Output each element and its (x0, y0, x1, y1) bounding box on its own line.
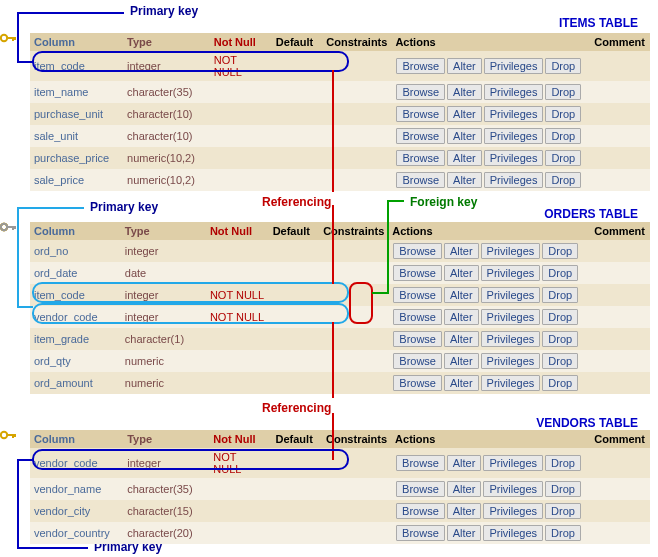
browse-button[interactable]: Browse (396, 150, 445, 166)
column-type-cell: numeric (121, 350, 206, 372)
drop-button[interactable]: Drop (542, 309, 578, 325)
column-name-cell: vendor_code (30, 306, 121, 328)
privileges-button[interactable]: Privileges (481, 287, 541, 303)
drop-button[interactable]: Drop (545, 150, 581, 166)
column-comment-cell (590, 306, 650, 328)
column-type-cell: character(35) (123, 478, 209, 500)
alter-button[interactable]: Alter (444, 265, 479, 281)
items-table-title: ITEMS TABLE (559, 16, 638, 30)
privileges-button[interactable]: Privileges (481, 331, 541, 347)
column-comment-cell (590, 81, 650, 103)
alter-button[interactable]: Alter (447, 58, 482, 74)
drop-button[interactable]: Drop (542, 331, 578, 347)
privileges-button[interactable]: Privileges (481, 375, 541, 391)
drop-button[interactable]: Drop (542, 287, 578, 303)
drop-button[interactable]: Drop (545, 525, 581, 541)
drop-button[interactable]: Drop (542, 243, 578, 259)
orders-table-title: ORDERS TABLE (544, 207, 638, 221)
svg-rect-19 (14, 226, 16, 229)
svg-point-12 (1, 224, 7, 230)
column-type-cell: numeric(10,2) (123, 169, 210, 191)
browse-button[interactable]: Browse (393, 375, 442, 391)
browse-button[interactable]: Browse (396, 481, 445, 497)
browse-button[interactable]: Browse (396, 106, 445, 122)
privileges-button[interactable]: Privileges (484, 84, 544, 100)
privileges-button[interactable]: Privileges (483, 503, 543, 519)
primary-key-icon (0, 222, 16, 232)
drop-button[interactable]: Drop (545, 106, 581, 122)
svg-rect-5 (7, 226, 15, 228)
browse-button[interactable]: Browse (393, 331, 442, 347)
drop-button[interactable]: Drop (545, 172, 581, 188)
alter-button[interactable]: Alter (447, 150, 482, 166)
svg-rect-2 (12, 37, 14, 41)
browse-button[interactable]: Browse (396, 84, 445, 100)
column-actions-cell: BrowseAlterPrivilegesDrop (391, 500, 590, 522)
privileges-button[interactable]: Privileges (484, 106, 544, 122)
drop-button[interactable]: Drop (545, 455, 581, 471)
privileges-button[interactable]: Privileges (484, 58, 544, 74)
alter-button[interactable]: Alter (447, 84, 482, 100)
privileges-button[interactable]: Privileges (484, 128, 544, 144)
column-comment-cell (590, 103, 650, 125)
items-table: Column Type Not Null Default Constraints… (30, 33, 650, 191)
column-comment-cell (590, 51, 650, 81)
alter-button[interactable]: Alter (444, 375, 479, 391)
referencing-label-2: Referencing (262, 401, 331, 415)
alter-button[interactable]: Alter (444, 287, 479, 303)
browse-button[interactable]: Browse (396, 172, 445, 188)
browse-button[interactable]: Browse (393, 353, 442, 369)
privileges-button[interactable]: Privileges (483, 455, 543, 471)
column-type-cell: integer (121, 240, 206, 262)
column-notnull-cell (206, 350, 269, 372)
privileges-button[interactable]: Privileges (481, 265, 541, 281)
table-row: purchase_unitcharacter(10)BrowseAlterPri… (30, 103, 650, 125)
column-constraints-cell (322, 81, 391, 103)
browse-button[interactable]: Browse (396, 525, 445, 541)
column-constraints-cell (322, 125, 391, 147)
table-row: vendor_codeintegerNOT NULLBrowseAlterPri… (30, 448, 650, 478)
browse-button[interactable]: Browse (396, 503, 445, 519)
alter-button[interactable]: Alter (444, 243, 479, 259)
alter-button[interactable]: Alter (444, 353, 479, 369)
privileges-button[interactable]: Privileges (484, 172, 544, 188)
column-constraints-cell (322, 522, 391, 544)
drop-button[interactable]: Drop (545, 481, 581, 497)
alter-button[interactable]: Alter (447, 525, 482, 541)
privileges-button[interactable]: Privileges (483, 481, 543, 497)
drop-button[interactable]: Drop (542, 375, 578, 391)
privileges-button[interactable]: Privileges (483, 525, 543, 541)
alter-button[interactable]: Alter (444, 309, 479, 325)
alter-button[interactable]: Alter (447, 503, 482, 519)
column-constraints-cell (322, 448, 391, 478)
column-default-cell (269, 262, 320, 284)
table-row: ord_amountnumericBrowseAlterPrivilegesDr… (30, 372, 650, 394)
privileges-button[interactable]: Privileges (481, 309, 541, 325)
drop-button[interactable]: Drop (545, 503, 581, 519)
browse-button[interactable]: Browse (393, 243, 442, 259)
browse-button[interactable]: Browse (396, 455, 445, 471)
alter-button[interactable]: Alter (447, 128, 482, 144)
privileges-button[interactable]: Privileges (481, 353, 541, 369)
privileges-button[interactable]: Privileges (484, 150, 544, 166)
alter-button[interactable]: Alter (447, 455, 482, 471)
column-comment-cell (590, 147, 650, 169)
alter-button[interactable]: Alter (447, 481, 482, 497)
browse-button[interactable]: Browse (393, 265, 442, 281)
browse-button[interactable]: Browse (396, 128, 445, 144)
privileges-button[interactable]: Privileges (481, 243, 541, 259)
table-row: vendor_namecharacter(35)BrowseAlterPrivi… (30, 478, 650, 500)
drop-button[interactable]: Drop (545, 58, 581, 74)
browse-button[interactable]: Browse (393, 309, 442, 325)
alter-button[interactable]: Alter (447, 172, 482, 188)
table-row: ord_nointegerBrowseAlterPrivilegesDrop (30, 240, 650, 262)
alter-button[interactable]: Alter (447, 106, 482, 122)
drop-button[interactable]: Drop (545, 84, 581, 100)
drop-button[interactable]: Drop (545, 128, 581, 144)
browse-button[interactable]: Browse (396, 58, 445, 74)
svg-rect-13 (7, 226, 15, 228)
browse-button[interactable]: Browse (393, 287, 442, 303)
alter-button[interactable]: Alter (444, 331, 479, 347)
drop-button[interactable]: Drop (542, 353, 578, 369)
drop-button[interactable]: Drop (542, 265, 578, 281)
